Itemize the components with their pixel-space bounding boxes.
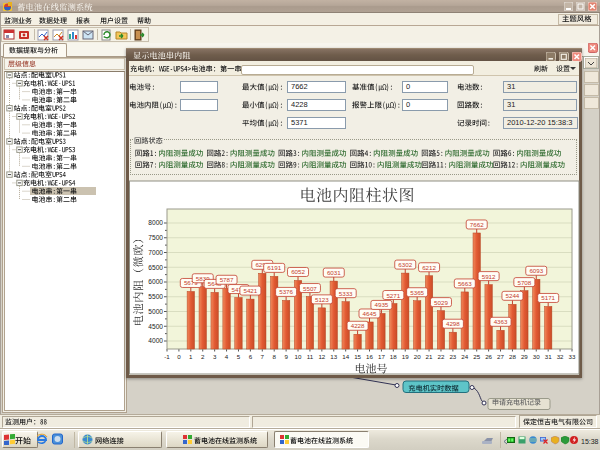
svg-text:8000: 8000 [148, 219, 163, 226]
svg-text:7500: 7500 [148, 234, 163, 241]
svg-text:7: 7 [261, 353, 265, 360]
svg-text:6031: 6031 [327, 269, 341, 276]
svg-text:5507: 5507 [303, 285, 317, 292]
svg-text:6093: 6093 [529, 267, 543, 274]
svg-text:7662: 7662 [470, 221, 484, 228]
svg-text:6052: 6052 [291, 268, 305, 275]
svg-text:25: 25 [473, 353, 480, 360]
svg-text:5365: 5365 [410, 289, 424, 296]
svg-text:21: 21 [426, 353, 433, 360]
svg-text:17: 17 [378, 353, 385, 360]
svg-text:4: 4 [225, 353, 229, 360]
svg-text:5171: 5171 [541, 294, 555, 301]
svg-text:30: 30 [533, 353, 540, 360]
svg-text:5421: 5421 [243, 287, 257, 294]
svg-text:2: 2 [201, 353, 205, 360]
svg-text:13: 13 [330, 353, 337, 360]
svg-text:6212: 6212 [422, 264, 436, 271]
svg-text:5123: 5123 [315, 296, 329, 303]
svg-text:1: 1 [189, 353, 193, 360]
svg-text:5663: 5663 [458, 280, 472, 287]
svg-text:16: 16 [366, 353, 373, 360]
svg-text:12: 12 [318, 353, 325, 360]
svg-text:4645: 4645 [363, 310, 377, 317]
svg-text:-1: -1 [164, 353, 170, 360]
svg-text:33: 33 [569, 353, 576, 360]
svg-text:6: 6 [249, 353, 253, 360]
svg-text:9: 9 [284, 353, 288, 360]
svg-text:31: 31 [545, 353, 552, 360]
svg-text:7000: 7000 [148, 249, 163, 256]
svg-text:6191: 6191 [267, 264, 281, 271]
svg-text:15: 15 [354, 353, 361, 360]
svg-text:5244: 5244 [506, 292, 520, 299]
svg-text:20: 20 [414, 353, 421, 360]
svg-text:5271: 5271 [386, 292, 400, 299]
svg-text:6500: 6500 [148, 264, 163, 271]
svg-text:26: 26 [485, 353, 492, 360]
svg-text:5029: 5029 [434, 299, 448, 306]
svg-text:19: 19 [402, 353, 409, 360]
svg-text:5787: 5787 [220, 276, 234, 283]
svg-text:5500: 5500 [148, 293, 163, 300]
svg-text:3: 3 [213, 353, 217, 360]
svg-text:28: 28 [509, 353, 516, 360]
svg-text:10: 10 [295, 353, 302, 360]
svg-text:5: 5 [237, 353, 241, 360]
svg-text:5333: 5333 [339, 290, 353, 297]
svg-text:5708: 5708 [517, 279, 531, 286]
svg-text:18: 18 [390, 353, 397, 360]
svg-text:8: 8 [272, 353, 276, 360]
svg-text:14: 14 [342, 353, 349, 360]
svg-text:5000: 5000 [148, 308, 163, 315]
svg-text:4228: 4228 [351, 322, 365, 329]
svg-text:6302: 6302 [398, 261, 412, 268]
svg-text:5376: 5376 [279, 288, 293, 295]
svg-text:4363: 4363 [494, 318, 508, 325]
svg-text:27: 27 [497, 353, 504, 360]
svg-text:4298: 4298 [446, 320, 460, 327]
svg-text:23: 23 [449, 353, 456, 360]
svg-text:24: 24 [461, 353, 468, 360]
svg-text:4935: 4935 [375, 301, 389, 308]
svg-text:5912: 5912 [482, 273, 496, 280]
svg-text:4500: 4500 [148, 323, 163, 330]
svg-text:29: 29 [521, 353, 528, 360]
svg-text:6000: 6000 [148, 278, 163, 285]
svg-text:0: 0 [177, 353, 181, 360]
svg-text:32: 32 [557, 353, 564, 360]
svg-text:4000: 4000 [148, 337, 163, 344]
svg-text:22: 22 [438, 353, 445, 360]
svg-text:11: 11 [307, 353, 314, 360]
